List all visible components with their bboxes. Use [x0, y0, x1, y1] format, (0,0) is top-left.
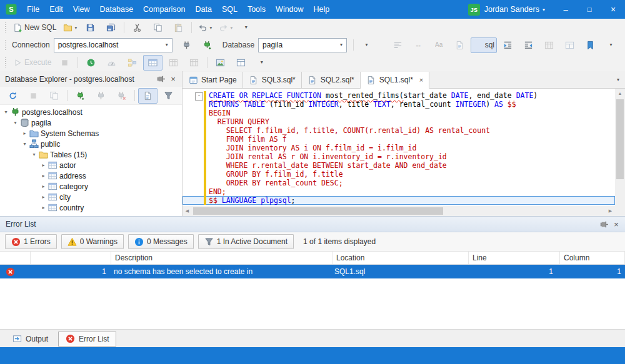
menu-help[interactable]: Help: [309, 0, 335, 19]
indent-icon[interactable]: [498, 37, 518, 53]
bookmark-icon[interactable]: [581, 37, 600, 53]
tab-list-chevron-icon[interactable]: ▾: [611, 72, 625, 88]
cut-icon[interactable]: [128, 20, 147, 36]
save-all-icon[interactable]: [101, 20, 121, 36]
image-icon[interactable]: [211, 55, 230, 71]
tree-expander-icon[interactable]: ▾: [2, 109, 9, 115]
maximize-button[interactable]: □: [578, 0, 601, 19]
pin-icon[interactable]: [154, 73, 167, 86]
tree-expander-icon[interactable]: ▾: [21, 141, 28, 147]
filter-errors-button[interactable]: 1 Errors: [5, 234, 57, 249]
close-icon[interactable]: ×: [167, 73, 179, 86]
undo-icon[interactable]: ▾: [195, 20, 214, 36]
menu-edit[interactable]: Edit: [44, 0, 68, 19]
database-select[interactable]: pagila ▾: [258, 38, 347, 52]
editor-horizontal-scrollbar[interactable]: ◀ ▶: [182, 206, 615, 216]
menu-comparison[interactable]: Comparison: [138, 0, 190, 19]
tree-expander-icon[interactable]: ▾: [31, 152, 38, 157]
bottom-tab-error-list[interactable]: Error List: [58, 332, 116, 347]
scrollbar-thumb[interactable]: [616, 99, 624, 179]
tree-item-city[interactable]: ▸city: [0, 192, 182, 202]
scroll-right-icon[interactable]: ▶: [606, 206, 615, 216]
menu-data[interactable]: Data: [190, 0, 216, 19]
toolbar-overflow-icon[interactable]: ▾: [252, 55, 271, 71]
tree-expander-icon[interactable]: ▸: [40, 194, 47, 200]
connection-select[interactable]: postgres.localhost ▾: [54, 38, 172, 52]
close-tab-icon[interactable]: ×: [419, 76, 423, 84]
column-header-line[interactable]: Line: [469, 252, 560, 264]
minimize-button[interactable]: –: [554, 0, 578, 19]
connect-icon[interactable]: [177, 37, 196, 53]
new-connection-icon[interactable]: [198, 37, 217, 53]
tree-item-address[interactable]: ▸address: [0, 170, 182, 181]
tree-item-category[interactable]: ▸category: [0, 181, 182, 192]
tree-expander-icon[interactable]: ▸: [21, 130, 28, 136]
history-icon[interactable]: [81, 55, 101, 71]
toolbar-overflow-icon[interactable]: ▾: [601, 37, 621, 53]
editor-tab-start-page[interactable]: Start Page: [182, 72, 243, 89]
tree-item-system-schemas[interactable]: ▸System Schemas: [0, 128, 182, 139]
tree-expander-icon[interactable]: ▸: [40, 173, 47, 179]
editor-tab-sql3-sql[interactable]: SQL3.sql*: [243, 72, 302, 89]
column-header-icon[interactable]: [0, 252, 31, 264]
editor-tab-sql1-sql[interactable]: SQL1.sql*×: [361, 72, 429, 89]
pin-icon[interactable]: [598, 218, 610, 230]
scroll-left-icon[interactable]: ◀: [182, 206, 192, 216]
tree-item-tables-15-[interactable]: ▾Tables (15): [0, 149, 182, 160]
tree-item-public[interactable]: ▾public: [0, 139, 182, 149]
tree-item-pagila[interactable]: ▾pagila: [0, 117, 182, 128]
sql-toggle-icon[interactable]: sql: [471, 37, 497, 53]
new-sql-button[interactable]: New SQL: [10, 20, 59, 36]
column-header-number[interactable]: [31, 252, 111, 264]
chevron-down-icon[interactable]: ▾: [336, 39, 346, 52]
save-icon[interactable]: [81, 20, 100, 36]
tree-item-postgres-localhost[interactable]: ▾postgres.localhost: [0, 107, 182, 117]
code-editor[interactable]: -CREATE OR REPLACE FUNCTION most_rented_…: [182, 89, 615, 206]
chevron-down-icon[interactable]: ▾: [542, 7, 545, 12]
menu-file[interactable]: File: [22, 0, 44, 19]
filter-scope-button[interactable]: 1 In Active Document: [198, 234, 294, 249]
close-button[interactable]: ×: [601, 0, 625, 19]
tree-expander-icon[interactable]: ▸: [40, 162, 47, 168]
results-icon[interactable]: [143, 55, 162, 71]
menu-view[interactable]: View: [68, 0, 95, 19]
new-connection-icon[interactable]: [71, 88, 90, 104]
fold-collapse-icon[interactable]: -: [195, 92, 203, 101]
tree-expander-icon[interactable]: ▸: [40, 184, 47, 189]
open-file-icon[interactable]: ▾: [60, 20, 79, 36]
user-name[interactable]: Jordan Sanders: [484, 5, 539, 14]
editor-tab-sql2-sql[interactable]: SQL2.sql*: [302, 72, 361, 89]
copy-icon[interactable]: [148, 20, 168, 36]
menu-tools[interactable]: Tools: [242, 0, 271, 19]
tree-item-actor[interactable]: ▸actor: [0, 160, 182, 170]
tree-item-country[interactable]: ▸country: [0, 202, 182, 213]
error-row[interactable]: 1no schema has been selected to create i…: [0, 265, 625, 278]
menu-database[interactable]: Database: [95, 0, 139, 19]
chevron-down-icon[interactable]: ▾: [162, 39, 172, 52]
outdent-icon[interactable]: [519, 37, 538, 53]
toolbar-overflow-icon[interactable]: ▾: [236, 20, 256, 36]
toolbar-grip[interactable]: [5, 40, 6, 50]
scrollbar-thumb[interactable]: [193, 207, 443, 215]
menu-sql[interactable]: SQL: [217, 0, 242, 19]
column-header-location[interactable]: Location: [332, 252, 469, 264]
tree-expander-icon[interactable]: ▾: [12, 120, 19, 125]
refresh-icon[interactable]: [3, 88, 22, 104]
filter-icon[interactable]: [159, 88, 178, 104]
column-header-description[interactable]: Description: [111, 252, 332, 264]
scroll-up-icon[interactable]: ▲: [615, 89, 625, 98]
toolbar-overflow-icon[interactable]: ▾: [357, 37, 376, 53]
layout-icon[interactable]: [231, 55, 251, 71]
editor-vertical-scrollbar[interactable]: ▲: [615, 89, 625, 206]
close-icon[interactable]: ×: [610, 218, 622, 230]
tree-expander-icon[interactable]: ▸: [40, 205, 47, 210]
bottom-tab-output[interactable]: Output: [5, 332, 55, 347]
toolbar-grip[interactable]: [5, 22, 6, 32]
menu-window[interactable]: Window: [271, 0, 308, 19]
filter-warnings-button[interactable]: 0 Warnings: [61, 234, 124, 249]
column-header-column[interactable]: Column: [560, 252, 625, 264]
explorer-tree[interactable]: ▾postgres.localhost▾pagila▸System Schema…: [0, 105, 182, 216]
toolbar-grip[interactable]: [5, 57, 6, 67]
filter-messages-button[interactable]: 0 Messages: [128, 234, 194, 249]
show-sql-icon[interactable]: [138, 88, 158, 104]
